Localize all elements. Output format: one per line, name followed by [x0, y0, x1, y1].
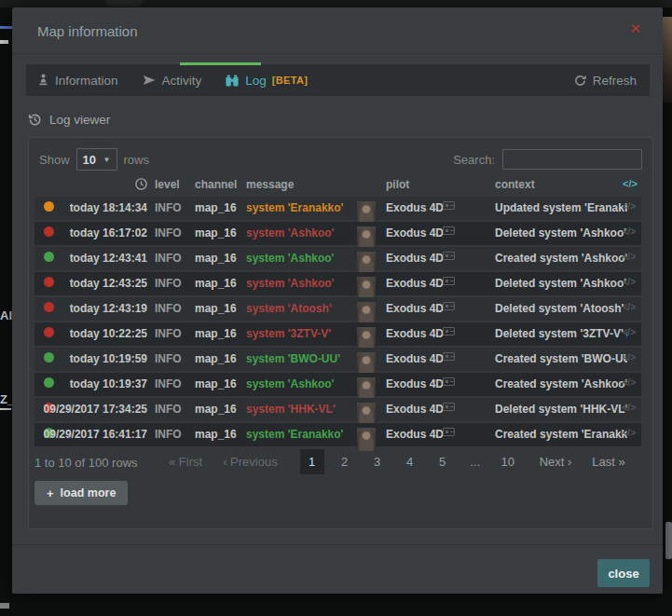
tab-log[interactable]: Log [BETA]: [213, 74, 320, 88]
load-more-label: load more: [61, 486, 117, 500]
log-channel: map_16: [195, 377, 237, 390]
log-time: 09/29/2017 17:34:25: [34, 403, 147, 416]
pagination-page-1[interactable]: 1: [300, 449, 324, 474]
log-time: today 12:43:25: [34, 277, 147, 290]
pilot-name: Exodus 4D: [386, 277, 444, 290]
table-row[interactable]: today 12:43:19INFOmap_16system 'Atoosh'E…: [34, 297, 641, 321]
load-more-button[interactable]: + load more: [34, 481, 128, 505]
log-table-panel: Show 10 ▼ rows Search: level channel mes…: [28, 137, 653, 529]
chevron-down-icon: ▼: [103, 156, 111, 164]
tab-information[interactable]: Information: [26, 74, 130, 88]
pagination-page-...[interactable]: ...: [463, 449, 487, 474]
page-size-control: Show 10 ▼ rows: [39, 147, 149, 171]
code-icon[interactable]: </>: [623, 428, 636, 438]
pilot-name: Exodus 4D: [386, 327, 444, 340]
code-icon[interactable]: </>: [623, 403, 636, 413]
clock-icon[interactable]: [135, 178, 147, 190]
log-time: today 10:19:37: [34, 377, 147, 390]
page-size-select[interactable]: 10 ▼: [76, 148, 117, 171]
log-level: INFO: [155, 377, 182, 390]
pagination-page-3[interactable]: 3: [365, 449, 390, 474]
pagination-first[interactable]: « First: [169, 455, 202, 469]
column-header-level[interactable]: level: [155, 178, 180, 191]
code-icon[interactable]: </>: [623, 252, 636, 262]
dialog-title: Map information: [37, 23, 138, 39]
table-row[interactable]: today 10:22:25INFOmap_16system '3ZTV-V'E…: [34, 322, 641, 346]
code-icon[interactable]: </>: [623, 277, 636, 287]
log-channel: map_16: [195, 327, 237, 340]
dialog-tab-bar: Information Activity Log [BETA] Refresh: [26, 64, 650, 96]
code-icon[interactable]: </>: [623, 302, 636, 312]
pilot-name: Exodus 4D: [386, 403, 444, 416]
pilot-name: Exodus 4D: [386, 377, 444, 390]
pagination-previous[interactable]: ‹ Previous: [223, 455, 278, 469]
log-level: INFO: [155, 327, 182, 340]
log-channel: map_16: [195, 352, 237, 365]
tab-label: Activity: [162, 74, 202, 88]
code-icon[interactable]: </>: [623, 226, 636, 237]
log-time: today 18:14:34: [34, 201, 147, 214]
log-channel: map_16: [195, 277, 237, 290]
log-level: INFO: [155, 252, 182, 265]
close-icon[interactable]: ✕: [629, 21, 641, 35]
pagination-page-4[interactable]: 4: [398, 449, 422, 474]
log-context: Deleted system 'HHK-VL' ...: [495, 403, 627, 416]
column-header-channel[interactable]: channel: [195, 178, 237, 191]
background-top-fragment: [105, 0, 143, 7]
dialog-footer: close: [12, 544, 663, 595]
background-top-bar: [0, 0, 672, 7]
code-icon[interactable]: </>: [623, 201, 636, 212]
log-context: Deleted system 'Ashkoo' ...: [495, 226, 627, 240]
log-context: Created system 'Ashkoo' ...: [495, 377, 627, 390]
table-row[interactable]: today 18:14:34INFOmap_16system 'Eranakko…: [34, 197, 641, 220]
pagination-pages: 12345...10: [300, 449, 528, 474]
log-channel: map_16: [195, 428, 237, 441]
table-controls: Show 10 ▼ rows Search:: [39, 147, 642, 171]
log-time: today 12:43:19: [34, 302, 147, 315]
log-message: system 'Ashkoo': [246, 252, 334, 265]
column-header-message[interactable]: message: [246, 178, 294, 191]
pagination-page-5[interactable]: 5: [431, 449, 455, 474]
tab-activity[interactable]: Activity: [130, 74, 214, 88]
background-left-fragment: [0, 603, 9, 609]
tab-label: Log: [245, 74, 267, 88]
pagination-last[interactable]: Last »: [592, 455, 624, 469]
log-context: Created system 'Ashkoo' ...: [495, 252, 627, 265]
table-row[interactable]: today 16:17:02INFOmap_16system 'Ashkoo'E…: [34, 222, 641, 245]
close-button[interactable]: close: [597, 559, 650, 587]
log-channel: map_16: [195, 403, 237, 416]
log-context: Created system 'BWO-UU'...: [495, 352, 627, 365]
column-header-pilot[interactable]: pilot: [386, 178, 409, 191]
id-card-icon: [443, 377, 455, 386]
pagination: « First ‹ Previous 12345...10 Next › Las…: [169, 447, 625, 475]
binoculars-icon: [226, 75, 239, 87]
log-message: system 'BWO-UU': [246, 352, 340, 365]
table-row[interactable]: 09/29/2017 17:34:25INFOmap_16system 'HHK…: [34, 398, 641, 421]
code-column-icon[interactable]: </>: [623, 178, 638, 189]
log-message: system 'Eranakko': [246, 428, 343, 441]
code-icon[interactable]: </>: [623, 327, 636, 337]
log-level: INFO: [155, 428, 182, 441]
pagination-next[interactable]: Next ›: [540, 455, 572, 469]
log-channel: map_16: [195, 201, 237, 214]
table-row[interactable]: today 10:19:37INFOmap_16system 'Ashkoo'E…: [34, 373, 641, 396]
log-level: INFO: [155, 226, 182, 240]
background-label-fragment: Z_: [0, 392, 12, 406]
log-context: Updated system 'Eranakk...: [495, 201, 627, 214]
table-row[interactable]: today 10:19:59INFOmap_16system 'BWO-UU'E…: [34, 348, 641, 371]
column-header-context[interactable]: context: [495, 178, 535, 191]
code-icon[interactable]: </>: [623, 377, 636, 388]
refresh-button[interactable]: Refresh: [574, 74, 650, 88]
log-context: Deleted system '3ZTV-V' #...: [495, 327, 627, 340]
pagination-page-2[interactable]: 2: [333, 449, 357, 474]
search-input[interactable]: [502, 149, 642, 170]
pagination-page-10[interactable]: 10: [496, 449, 520, 474]
show-label: Show: [39, 153, 70, 167]
pilot-name: Exodus 4D: [386, 352, 444, 365]
table-row[interactable]: 09/29/2017 16:41:17INFOmap_16system 'Era…: [34, 423, 641, 446]
log-context: Created system 'Eranakko...: [495, 428, 627, 441]
log-message: system 'Ashkoo': [246, 377, 334, 390]
code-icon[interactable]: </>: [623, 352, 636, 363]
table-row[interactable]: today 12:43:25INFOmap_16system 'Ashkoo'E…: [34, 272, 641, 295]
table-row[interactable]: today 12:43:41INFOmap_16system 'Ashkoo'E…: [34, 247, 641, 270]
